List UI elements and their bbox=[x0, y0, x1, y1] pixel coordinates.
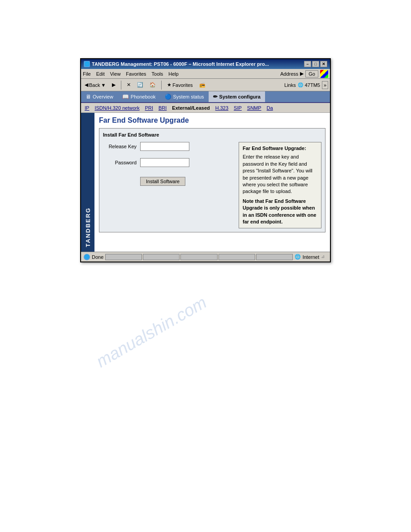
separator-2 bbox=[161, 81, 162, 90]
title-bar: 🌐 TANDBERG Management: PST06 - 6000F – M… bbox=[81, 59, 330, 69]
phonebook-icon: 📖 bbox=[122, 94, 129, 100]
internet-icon: 🌐 bbox=[295, 254, 301, 260]
menu-favorites[interactable]: Favorites bbox=[126, 71, 146, 77]
window-title: TANDBERG Management: PST06 - 6000F – Mic… bbox=[92, 61, 269, 67]
sub-tab-ip[interactable]: IP bbox=[83, 105, 91, 111]
separator-1 bbox=[121, 81, 121, 90]
browser-icon: 🌐 bbox=[84, 61, 90, 67]
star-icon: ★ bbox=[167, 82, 171, 88]
page-title: Far End Software Upgrade bbox=[99, 116, 325, 124]
maximize-button[interactable]: □ bbox=[312, 61, 319, 67]
links-item[interactable]: 47TM5 bbox=[305, 82, 320, 88]
seg-4 bbox=[218, 254, 255, 260]
internet-label: Internet bbox=[303, 254, 319, 260]
sub-tab-sip[interactable]: SIP bbox=[232, 105, 244, 111]
tab-system-config[interactable]: ✏ System configura bbox=[209, 91, 265, 102]
password-input[interactable] bbox=[140, 158, 189, 167]
go-button[interactable]: Go bbox=[305, 70, 318, 77]
close-button[interactable]: ✕ bbox=[320, 61, 327, 67]
forward-button[interactable]: ▶ bbox=[110, 81, 117, 89]
seg-2 bbox=[143, 254, 180, 260]
sub-tab-da[interactable]: Da bbox=[265, 105, 275, 111]
tab-system-status[interactable]: 🔵 System status bbox=[160, 91, 209, 102]
sub-tab-snmp[interactable]: SNMP bbox=[245, 105, 263, 111]
links-section: Links 🌐 47TM5 » bbox=[284, 81, 328, 89]
minimize-button[interactable]: – bbox=[304, 61, 311, 67]
overview-icon: 🖥 bbox=[86, 94, 91, 100]
resize-handle[interactable]: ⊿ bbox=[321, 254, 327, 260]
release-key-label: Release Key bbox=[103, 144, 137, 149]
install-section: Install Far End Software Release Key Pas… bbox=[99, 128, 325, 232]
forward-icon: ▶ bbox=[112, 82, 116, 88]
menu-edit[interactable]: Edit bbox=[96, 71, 105, 77]
internet-section: 🌐 Internet bbox=[295, 254, 319, 260]
home-button[interactable]: 🏠 bbox=[148, 81, 158, 89]
help-text-bold: Note that Far End Software Upgrade is on… bbox=[243, 198, 317, 226]
help-text-normal: Enter the release key and password in th… bbox=[243, 154, 317, 195]
stop-button[interactable]: ✕ bbox=[125, 81, 133, 89]
back-button[interactable]: ◀ Back ▼ bbox=[83, 81, 107, 89]
help-title: Far End Software Upgrade: bbox=[243, 145, 317, 152]
refresh-button[interactable]: 🔄 bbox=[135, 81, 145, 89]
windows-logo bbox=[320, 70, 328, 78]
menu-file[interactable]: File bbox=[83, 71, 91, 77]
sub-tab-h323[interactable]: H.323 bbox=[214, 105, 230, 111]
sub-tab-external-leased[interactable]: External/Leased bbox=[170, 105, 211, 111]
main-content: Far End Software Upgrade Install Far End… bbox=[94, 113, 330, 252]
seg-1 bbox=[105, 254, 142, 260]
tab-phonebook[interactable]: 📖 Phonebook bbox=[118, 91, 160, 102]
done-label: Done bbox=[92, 254, 103, 260]
password-label: Password bbox=[103, 160, 137, 165]
sub-tabs: IP ISDN/H.320 network PRI BRI External/L… bbox=[81, 103, 330, 113]
links-chevron[interactable]: » bbox=[322, 81, 328, 89]
section-title: Install Far End Software bbox=[103, 132, 321, 137]
help-box: Far End Software Upgrade: Enter the rele… bbox=[239, 142, 321, 228]
watermark: manualshin.com bbox=[93, 293, 210, 372]
toolbar: ◀ Back ▼ ▶ ✕ 🔄 🏠 ★ Favorites 📻 Links 🌐 4… bbox=[81, 79, 330, 91]
seg-5 bbox=[256, 254, 293, 260]
brand-label: TANDBERG bbox=[85, 207, 91, 247]
nav-tabs: 🖥 Overview 📖 Phonebook 🔵 System status ✏… bbox=[81, 91, 330, 103]
sub-tab-bri[interactable]: BRI bbox=[157, 105, 168, 111]
links-label: Links bbox=[284, 82, 296, 88]
config-icon: ✏ bbox=[213, 94, 218, 100]
status-icon: 🔵 bbox=[165, 94, 171, 100]
tab-overview[interactable]: 🖥 Overview bbox=[81, 91, 118, 102]
browser-window: 🌐 TANDBERG Management: PST06 - 6000F – M… bbox=[80, 58, 331, 262]
install-software-button[interactable]: Install Software bbox=[140, 177, 185, 186]
sub-tab-pri[interactable]: PRI bbox=[143, 105, 155, 111]
back-icon: ◀ bbox=[85, 82, 88, 88]
menu-bar: File Edit View Favorites Tools Help Addr… bbox=[81, 69, 330, 79]
release-key-row: Release Key bbox=[103, 142, 234, 151]
address-label: Address bbox=[280, 71, 298, 77]
status-bar: 🌐 Done 🌐 Internet ⊿ bbox=[81, 252, 330, 262]
password-row: Password bbox=[103, 158, 234, 167]
menu-help[interactable]: Help bbox=[168, 71, 179, 77]
form-area: Release Key Password Install Software bbox=[103, 142, 234, 228]
menu-view[interactable]: View bbox=[110, 71, 121, 77]
favorites-button[interactable]: ★ Favorites bbox=[165, 81, 194, 89]
progress-segments bbox=[105, 254, 292, 260]
release-key-input[interactable] bbox=[140, 142, 189, 151]
brand-sidebar: TANDBERG bbox=[81, 113, 94, 252]
media-button[interactable]: 📻 bbox=[197, 81, 207, 89]
sub-tab-isdn[interactable]: ISDN/H.320 network bbox=[93, 105, 141, 111]
menu-tools[interactable]: Tools bbox=[152, 71, 163, 77]
seg-3 bbox=[180, 254, 217, 260]
status-globe-icon: 🌐 bbox=[84, 254, 90, 260]
